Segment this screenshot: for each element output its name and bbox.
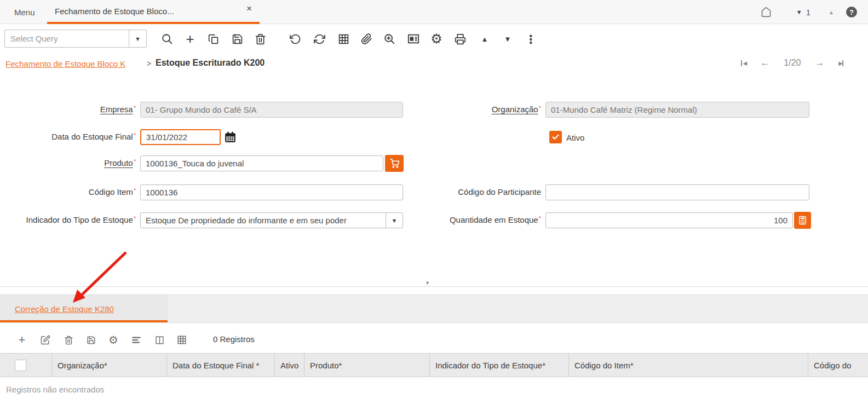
previous-record-icon[interactable]: ← bbox=[760, 57, 769, 68]
detail-toolbar: + ⚙ 0 Registros bbox=[0, 328, 868, 351]
last-record-icon[interactable]: ▶ bbox=[838, 60, 843, 66]
detail-sort-rows-icon[interactable] bbox=[128, 332, 145, 348]
detail-edit-icon[interactable] bbox=[37, 332, 54, 348]
refresh-icon[interactable] bbox=[310, 30, 329, 48]
print-icon[interactable] bbox=[451, 30, 469, 48]
codigo-item-input[interactable]: 1000136 bbox=[140, 184, 403, 200]
produto-label: Produto* bbox=[0, 158, 136, 167]
detail-grid-icon[interactable] bbox=[174, 332, 190, 348]
settings-gear-icon[interactable]: ⚙ bbox=[427, 30, 446, 48]
tab-menu-label: Menu bbox=[14, 8, 35, 17]
detail-delete-icon[interactable] bbox=[60, 332, 77, 348]
collapse-tabs-icon[interactable]: ▲ bbox=[829, 0, 834, 24]
select-all-cell bbox=[0, 354, 52, 377]
product-search-cart-icon[interactable] bbox=[385, 155, 404, 172]
copy-record-icon[interactable] bbox=[204, 30, 222, 48]
codigo-item-label: Código Item* bbox=[0, 187, 136, 197]
open-windows-count: 1 bbox=[806, 8, 810, 17]
search-icon[interactable] bbox=[158, 30, 176, 48]
tab-active-window[interactable]: Fechamento de Estoque Bloco... × bbox=[47, 0, 260, 24]
more-options-kebab-icon[interactable]: ⋮ bbox=[521, 30, 540, 48]
produto-input[interactable]: 1000136_Touca do juvenal bbox=[140, 155, 383, 171]
attachment-icon[interactable] bbox=[357, 30, 376, 48]
column-data-estoque-final[interactable]: Data do Estoque Final * bbox=[167, 354, 275, 377]
record-pager: ◀ ← 1/20 → ▶ bbox=[741, 57, 843, 68]
quantidade-estoque-label: Quantidade em Estoque* bbox=[378, 215, 541, 224]
home-icon[interactable] bbox=[761, 0, 772, 24]
next-record-icon[interactable]: → bbox=[815, 57, 824, 68]
detail-settings-gear-icon[interactable]: ⚙ bbox=[105, 332, 122, 348]
select-query-combobox[interactable]: Select Query ▼ bbox=[4, 30, 147, 48]
detail-save-icon[interactable] bbox=[83, 332, 99, 348]
codigo-participante-label: Código do Participante bbox=[378, 187, 541, 197]
organizacao-label: Organização* bbox=[378, 105, 541, 114]
open-windows-dropdown[interactable]: ▼ 1 bbox=[796, 0, 810, 24]
delete-icon[interactable] bbox=[251, 30, 269, 48]
splitter-collapse-icon[interactable]: ▼ bbox=[425, 280, 430, 286]
grid-toggle-icon[interactable] bbox=[334, 30, 353, 48]
empty-records-message: Registros não encontrados bbox=[6, 385, 104, 394]
calculator-icon[interactable] bbox=[794, 212, 811, 229]
empresa-field: 01- Grupo Mundo do Café S/A bbox=[140, 102, 403, 118]
breadcrumb-parent-link[interactable]: Fechamento de Estoque Bloco K bbox=[5, 59, 125, 68]
tab-menu[interactable]: Menu bbox=[11, 0, 38, 24]
previous-parent-icon[interactable]: ▲ bbox=[475, 30, 494, 48]
column-codigo-item[interactable]: Código do Item* bbox=[569, 354, 808, 377]
close-tab-icon[interactable]: × bbox=[246, 3, 252, 14]
zoom-in-icon[interactable] bbox=[380, 30, 399, 48]
breadcrumb: Fechamento de Estoque Bloco K > Estoque … bbox=[0, 53, 868, 76]
tab-correcao-estoque-k280-label: Correção de Estoque K280 bbox=[15, 304, 114, 314]
save-icon[interactable] bbox=[228, 30, 246, 48]
breadcrumb-separator: > bbox=[147, 59, 151, 68]
detail-table-header: Organização* Data do Estoque Final * Ati… bbox=[0, 353, 868, 377]
ativo-checkbox[interactable] bbox=[549, 131, 562, 143]
organizacao-field: 01-Mundo Café Matriz (Regime Normal) bbox=[545, 102, 809, 118]
codigo-participante-input[interactable] bbox=[545, 184, 809, 200]
help-icon[interactable]: ? bbox=[846, 0, 857, 24]
record-position: 1/20 bbox=[784, 58, 801, 68]
query-dropdown-icon[interactable]: ▼ bbox=[129, 30, 146, 47]
column-organizacao[interactable]: Organização* bbox=[52, 354, 167, 377]
record-count: 0 Registros bbox=[213, 334, 255, 344]
tab-correcao-estoque-k280[interactable]: Correção de Estoque K280 bbox=[0, 295, 168, 323]
splitter-divider[interactable] bbox=[0, 286, 868, 287]
breadcrumb-current: Estoque Escriturado K200 bbox=[156, 58, 265, 68]
next-detail-icon[interactable]: ▼ bbox=[498, 30, 517, 48]
new-record-icon[interactable]: + bbox=[181, 30, 199, 48]
detail-add-icon[interactable]: + bbox=[14, 332, 30, 348]
column-produto[interactable]: Produto* bbox=[304, 354, 430, 377]
data-estoque-final-label: Data do Estoque Final* bbox=[0, 132, 136, 141]
indicador-tipo-estoque-select[interactable]: Estoque De propriedade do informante e e… bbox=[140, 212, 403, 228]
select-all-checkbox[interactable] bbox=[15, 360, 26, 371]
column-codigo-do[interactable]: Código do bbox=[808, 354, 868, 377]
undo-icon[interactable] bbox=[286, 30, 304, 48]
first-record-icon[interactable]: ◀ bbox=[741, 60, 746, 66]
window-tab-bar: Menu Fechamento de Estoque Bloco... × ▼ … bbox=[0, 0, 868, 24]
tab-active-label: Fechamento de Estoque Bloco... bbox=[55, 7, 174, 16]
ativo-label: Ativo bbox=[566, 133, 584, 142]
select-query-placeholder: Select Query bbox=[5, 34, 129, 43]
report-icon[interactable] bbox=[404, 30, 423, 48]
data-estoque-final-input[interactable]: 31/01/2022 bbox=[140, 129, 221, 145]
detail-columns-icon[interactable] bbox=[151, 332, 168, 348]
column-ativo[interactable]: Ativo bbox=[275, 354, 304, 377]
main-toolbar: Select Query ▼ + ⚙ ▲ ▼ ⋮ bbox=[0, 25, 868, 53]
column-indicador-tipo-estoque[interactable]: Indicador do Tipo de Estoque* bbox=[430, 354, 569, 377]
calendar-icon[interactable] bbox=[223, 130, 237, 144]
chevron-down-icon: ▼ bbox=[796, 9, 802, 15]
empresa-label: Empresa* bbox=[0, 105, 136, 114]
detail-tab-strip: Correção de Estoque K280 bbox=[0, 294, 868, 323]
quantidade-estoque-input[interactable]: 100 bbox=[545, 212, 793, 228]
active-subtab-underline bbox=[0, 320, 168, 322]
indicador-tipo-estoque-label: Indicador do Tipo de Estoque* bbox=[0, 215, 136, 224]
